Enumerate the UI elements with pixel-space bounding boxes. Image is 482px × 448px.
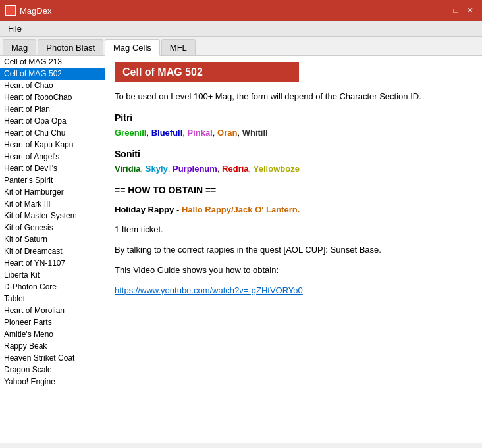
menu-file[interactable]: File <box>3 22 27 35</box>
obtain-note: 1 Item ticket. <box>115 223 473 237</box>
list-item[interactable]: Kit of Hamburger <box>0 186 105 198</box>
tab-mag-cells[interactable]: Mag Cells <box>105 39 160 56</box>
app-icon <box>5 5 16 16</box>
list-item[interactable]: Kit of Master System <box>0 210 105 222</box>
list-item[interactable]: Tablet <box>0 293 105 305</box>
section-pitri-ids: Greenill, Bluefull, Pinkal, Oran, Whitil… <box>115 126 473 140</box>
section-soniti-name: Soniti <box>115 147 473 161</box>
detail-panel: Cell of MAG 502 To be used on Level 100+… <box>105 56 482 443</box>
detail-title: Cell of MAG 502 <box>115 62 299 82</box>
quest-desc: By talking to the correct rappies in the… <box>115 243 473 257</box>
list-item[interactable]: Dragon Scale <box>0 364 105 376</box>
tab-mag[interactable]: Mag <box>3 39 36 55</box>
tab-photon-blast[interactable]: Photon Blast <box>38 39 103 55</box>
tab-bar: Mag Photon Blast Mag Cells MFL <box>0 37 482 56</box>
list-item[interactable]: Heart of Angel's <box>0 151 105 162</box>
list-item[interactable]: Liberta Kit <box>0 269 105 281</box>
list-item[interactable]: Cell of MAG 502 <box>0 68 105 80</box>
list-item[interactable]: D-Photon Core <box>0 281 105 293</box>
list-item[interactable]: Panter's Spirit <box>0 174 105 186</box>
list-item[interactable]: Heaven Striket Coat <box>0 352 105 364</box>
list-item[interactable]: Heart of Chao <box>0 80 105 91</box>
list-item[interactable]: Cell of MAG 213 <box>0 56 105 68</box>
section-pitri: Pitri Greenill, Bluefull, Pinkal, Oran, … <box>115 111 473 140</box>
list-panel: Cell of MAG 213Cell of MAG 502Heart of C… <box>0 56 105 443</box>
list-item[interactable]: Kit of Dreamcast <box>0 245 105 257</box>
list-item[interactable]: Heart of Morolian <box>0 305 105 316</box>
list-item[interactable]: Heart of YN-1107 <box>0 257 105 269</box>
list-item[interactable]: Amitie's Meno <box>0 328 105 340</box>
close-button[interactable]: ✕ <box>464 4 477 17</box>
obtain-source-line: Holiday Rappy - Hallo Rappy/Jack O' Lant… <box>115 203 473 217</box>
list-item[interactable]: Heart of Opa Opa <box>0 115 105 127</box>
menu-bar: File <box>0 21 482 37</box>
section-soniti-ids: Viridia, Skyly, Purplenum, Redria, Yello… <box>115 162 473 176</box>
list-item[interactable]: Kit of Saturn <box>0 234 105 245</box>
list-item[interactable]: Heart of Kapu Kapu <box>0 139 105 151</box>
video-link[interactable]: https://www.youtube.com/watch?v=-gZHtVOR… <box>115 286 303 295</box>
maximize-button[interactable]: □ <box>449 4 462 17</box>
list-item[interactable]: Heart of Chu Chu <box>0 127 105 139</box>
list-item[interactable]: Heart of Devil's <box>0 162 105 174</box>
list-item[interactable]: Kit of Mark III <box>0 198 105 210</box>
list-item[interactable]: Heart of RoboChao <box>0 91 105 103</box>
video-desc: This Video Guide shows you how to obtain… <box>115 264 473 278</box>
section-pitri-name: Pitri <box>115 111 473 125</box>
minimize-button[interactable]: — <box>435 4 448 17</box>
tab-mfl[interactable]: MFL <box>161 39 196 55</box>
detail-description: To be used on Level 100+ Mag, the form w… <box>115 90 473 104</box>
list-item[interactable]: Pioneer Parts <box>0 316 105 328</box>
list-item[interactable]: Kit of Genesis <box>0 222 105 234</box>
app-title: MagDex <box>20 6 51 16</box>
list-item[interactable]: Yahoo! Engine <box>0 376 105 387</box>
list-item[interactable]: Rappy Beak <box>0 340 105 352</box>
section-soniti: Soniti Viridia, Skyly, Purplenum, Redria… <box>115 147 473 176</box>
how-to-obtain: == HOW TO OBTAIN == <box>115 183 473 197</box>
list-item[interactable]: Heart of Pian <box>0 103 105 115</box>
title-bar: MagDex — □ ✕ <box>0 0 482 21</box>
